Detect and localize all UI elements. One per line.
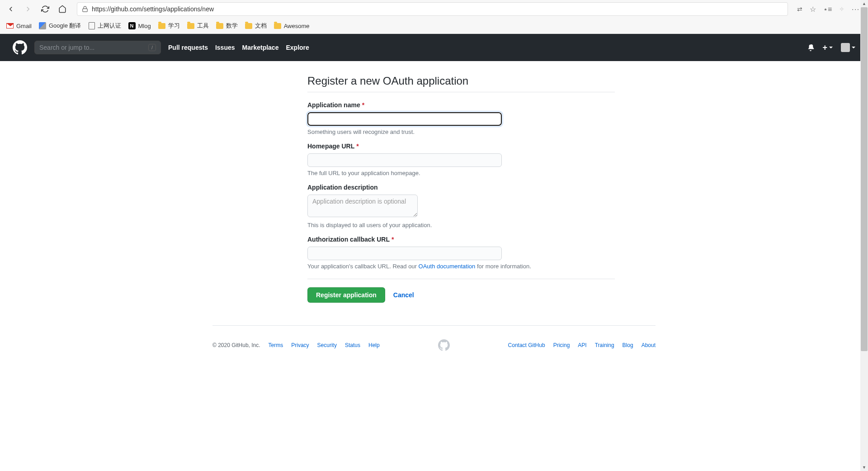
bookmark-folder-tools[interactable]: 工具 [187, 22, 209, 30]
footer-terms[interactable]: Terms [269, 342, 283, 348]
form-group-description: Application description This is displaye… [307, 184, 615, 228]
browser-action-icons: ⇄ ☆ ⋆≡ ✧ ··· [797, 5, 863, 14]
add-dropdown[interactable]: + [822, 43, 833, 52]
github-header: / Pull requests Issues Marketplace Explo… [0, 34, 868, 61]
more-icon[interactable]: ··· [852, 5, 860, 13]
folder-icon [216, 23, 223, 29]
github-footer: © 2020 GitHub, Inc. Terms Privacy Securi… [212, 325, 656, 369]
required-star: * [356, 143, 359, 150]
footer-pricing[interactable]: Pricing [553, 342, 570, 348]
scrollbar-thumb[interactable] [861, 7, 868, 351]
nav-issues[interactable]: Issues [215, 44, 235, 51]
oauth-doc-link[interactable]: OAuth documentation [419, 263, 476, 270]
star-icon[interactable]: ☆ [810, 5, 816, 14]
bookmark-folder-docs[interactable]: 文档 [245, 22, 267, 30]
bookmark-mlog[interactable]: NMlog [128, 22, 151, 29]
bookmarks-bar: Gmail Google 翻译 上网认证 NMlog 学习 工具 数学 文档 A… [0, 18, 868, 33]
favorites-icon[interactable]: ⋆≡ [823, 5, 832, 14]
extension-icon[interactable]: ✧ [839, 5, 844, 13]
description-hint: This is displayed to all users of your a… [307, 222, 615, 228]
description-input[interactable] [307, 195, 418, 217]
url-bar[interactable]: https://github.com/settings/applications… [77, 2, 788, 16]
cancel-button[interactable]: Cancel [393, 291, 414, 299]
forward-button[interactable] [23, 4, 33, 14]
form-group-callback: Authorization callback URL* Your applica… [307, 236, 615, 270]
folder-icon [245, 23, 252, 29]
required-star: * [392, 236, 394, 243]
app-name-input[interactable] [307, 112, 502, 126]
bookmark-folder-study[interactable]: 学习 [158, 22, 180, 30]
required-star: * [362, 101, 364, 109]
description-label: Application description [307, 184, 615, 191]
footer-privacy[interactable]: Privacy [291, 342, 309, 348]
main-content: Register a new OAuth application Applica… [298, 75, 624, 303]
search-input[interactable] [39, 44, 148, 51]
page-title: Register a new OAuth application [307, 75, 615, 92]
nav-explore[interactable]: Explore [286, 44, 309, 51]
github-logo[interactable] [13, 40, 27, 55]
form-group-homepage: Homepage URL* The full URL to your appli… [307, 143, 615, 176]
url-text: https://github.com/settings/applications… [92, 5, 783, 13]
footer-right: Contact GitHub Pricing API Training Blog… [508, 342, 656, 348]
copyright: © 2020 GitHub, Inc. [212, 342, 260, 348]
callback-label: Authorization callback URL* [307, 236, 615, 243]
scrollbar[interactable]: ▲ ▼ [860, 0, 868, 369]
github-header-right: + [807, 43, 855, 52]
homepage-hint: The full URL to your application homepag… [307, 170, 615, 176]
footer-status[interactable]: Status [345, 342, 360, 348]
footer-blog[interactable]: Blog [623, 342, 633, 348]
form-group-app-name: Application name* Something users will r… [307, 101, 615, 135]
notification-bell-icon[interactable] [807, 44, 814, 51]
form-actions: Register application Cancel [307, 279, 615, 303]
folder-icon [274, 23, 281, 29]
callback-hint: Your application's callback URL. Read ou… [307, 263, 615, 270]
register-button[interactable]: Register application [307, 287, 385, 303]
folder-icon [187, 23, 194, 29]
footer-api[interactable]: API [578, 342, 586, 348]
gmail-icon [6, 23, 14, 29]
scrollbar-arrow-up[interactable]: ▲ [860, 0, 868, 7]
back-button[interactable] [5, 4, 16, 14]
notion-icon: N [128, 22, 136, 29]
browser-chrome: https://github.com/settings/applications… [0, 0, 868, 34]
github-nav: Pull requests Issues Marketplace Explore [168, 44, 309, 51]
footer-contact[interactable]: Contact GitHub [508, 342, 545, 348]
refresh-button[interactable] [40, 4, 51, 14]
folder-icon [158, 23, 165, 29]
footer-about[interactable]: About [642, 342, 656, 348]
nav-pull-requests[interactable]: Pull requests [168, 44, 208, 51]
footer-security[interactable]: Security [317, 342, 337, 348]
homepage-input[interactable] [307, 153, 502, 167]
footer-left: © 2020 GitHub, Inc. Terms Privacy Securi… [212, 342, 380, 348]
lock-icon [82, 6, 88, 12]
nav-marketplace[interactable]: Marketplace [242, 44, 279, 51]
callback-input[interactable] [307, 247, 502, 260]
svg-rect-0 [83, 9, 88, 11]
page-icon [89, 22, 95, 29]
footer-training[interactable]: Training [595, 342, 614, 348]
slash-key-hint: / [148, 44, 156, 51]
github-footer-logo[interactable] [438, 339, 450, 351]
bookmark-google-translate[interactable]: Google 翻译 [39, 22, 81, 30]
github-search[interactable]: / [34, 41, 161, 54]
browser-toolbar: https://github.com/settings/applications… [0, 0, 868, 18]
avatar [841, 43, 850, 52]
bookmark-folder-awesome[interactable]: Awesome [274, 23, 310, 29]
home-button[interactable] [57, 4, 68, 14]
gtranslate-icon [39, 22, 46, 29]
bookmark-gmail[interactable]: Gmail [6, 23, 32, 29]
footer-help[interactable]: Help [368, 342, 380, 348]
bookmark-auth[interactable]: 上网认证 [89, 22, 121, 30]
app-name-hint: Something users will recognize and trust… [307, 128, 615, 135]
translate-icon[interactable]: ⇄ [797, 5, 802, 13]
app-name-label: Application name* [307, 101, 615, 109]
user-menu[interactable] [841, 43, 855, 52]
bookmark-folder-math[interactable]: 数学 [216, 22, 238, 30]
homepage-label: Homepage URL* [307, 143, 615, 150]
